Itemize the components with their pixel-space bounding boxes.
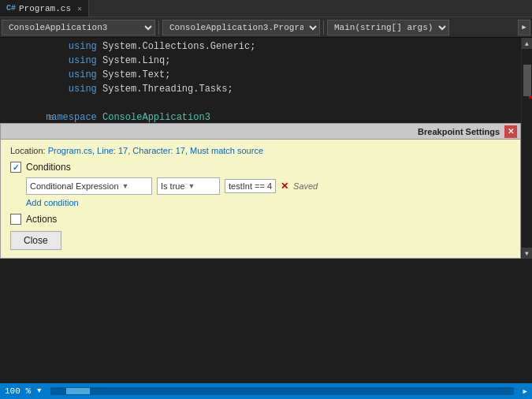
condition-is-label: Is true xyxy=(161,181,185,191)
conditions-row: Conditions xyxy=(10,162,511,173)
scrollbar-down-btn[interactable]: ▼ xyxy=(522,248,533,259)
close-button[interactable]: Close xyxy=(10,231,61,250)
conditions-checkbox[interactable] xyxy=(10,162,21,173)
scrollbar-thumb xyxy=(523,65,531,96)
zoom-level: 100 % xyxy=(5,386,31,396)
breakpoint-settings-close-icon[interactable]: ✕ xyxy=(504,125,517,138)
tab-close-btn[interactable]: ✕ xyxy=(77,4,82,13)
condition-expression-field[interactable]: testInt == 4 xyxy=(225,179,276,193)
scroll-right-button[interactable]: ▶ xyxy=(518,20,530,35)
zoom-dropdown-icon[interactable]: ▼ xyxy=(37,387,41,395)
condition-saved-label: Saved xyxy=(293,181,318,191)
code-line-5 xyxy=(3,96,518,110)
editor-scrollbar[interactable]: ▲ ▼ xyxy=(521,38,532,259)
tab-program-cs[interactable]: C# Program.cs ✕ xyxy=(0,0,89,17)
toolbar-separator-1 xyxy=(158,21,159,35)
scrollbar-up-btn[interactable]: ▲ xyxy=(522,38,533,49)
condition-expression-row: Conditional Expression ▼ Is true ▼ testI… xyxy=(26,177,511,195)
cs-file-icon: C# xyxy=(6,4,16,13)
editor-area: using System.Collections.Generic; using … xyxy=(0,38,532,259)
breakpoint-settings-panel: Breakpoint Settings ✕ Location: Program.… xyxy=(0,123,521,259)
bp-location-label: Location: xyxy=(10,146,46,155)
scroll-right-btn[interactable]: ▶ xyxy=(523,387,527,396)
scrollbar-track xyxy=(522,49,532,248)
horizontal-scrollbar[interactable] xyxy=(50,387,513,395)
toolbar: ConsoleApplication3 ConsoleApplication3.… xyxy=(0,17,532,38)
condition-remove-btn[interactable]: ✕ xyxy=(281,181,288,192)
breakpoint-settings-header: Breakpoint Settings ✕ xyxy=(0,123,521,139)
scrollbar-h-thumb xyxy=(66,388,90,394)
code-line-2: using System.Linq; xyxy=(3,54,518,68)
add-condition-label: Add condition xyxy=(26,198,79,207)
condition-type-arrow: ▼ xyxy=(122,182,129,190)
toolbar-separator-2 xyxy=(323,21,324,35)
condition-type-dropdown[interactable]: Conditional Expression ▼ xyxy=(26,177,152,195)
condition-is-arrow: ▼ xyxy=(188,182,195,190)
method-dropdown[interactable]: Main(string[] args) xyxy=(327,20,449,35)
code-line-4: using System.Threading.Tasks; xyxy=(3,82,518,96)
actions-label: Actions xyxy=(26,214,57,225)
bp-location: Location: Program.cs, Line: 17, Characte… xyxy=(10,146,511,155)
project-dropdown[interactable]: ConsoleApplication3 xyxy=(2,20,155,35)
class-dropdown[interactable]: ConsoleApplication3.Program xyxy=(162,20,320,35)
collapse-namespace[interactable]: ⊟ xyxy=(49,114,54,122)
condition-type-label: Conditional Expression xyxy=(30,181,119,191)
breakpoint-settings-body: Location: Program.cs, Line: 17, Characte… xyxy=(0,139,521,259)
add-condition-link[interactable]: Add condition xyxy=(26,198,511,207)
tab-bar: C# Program.cs ✕ xyxy=(0,0,532,17)
actions-row: Actions xyxy=(10,214,511,225)
code-line-3: using System.Text; xyxy=(3,68,518,82)
condition-expr-value: testInt == 4 xyxy=(229,181,272,191)
breakpoint-settings-title: Breakpoint Settings xyxy=(4,127,504,136)
bp-location-value[interactable]: Program.cs, Line: 17, Character: 17, Mus… xyxy=(48,146,263,155)
breakpoint-marker xyxy=(529,96,532,99)
actions-checkbox[interactable] xyxy=(10,214,21,225)
status-bar: 100 % ▼ ▶ xyxy=(0,383,532,399)
code-line-1: using System.Collections.Generic; xyxy=(3,39,518,54)
condition-is-dropdown[interactable]: Is true ▼ xyxy=(157,177,220,195)
conditions-label: Conditions xyxy=(26,162,71,173)
tab-label: Program.cs xyxy=(19,4,71,13)
